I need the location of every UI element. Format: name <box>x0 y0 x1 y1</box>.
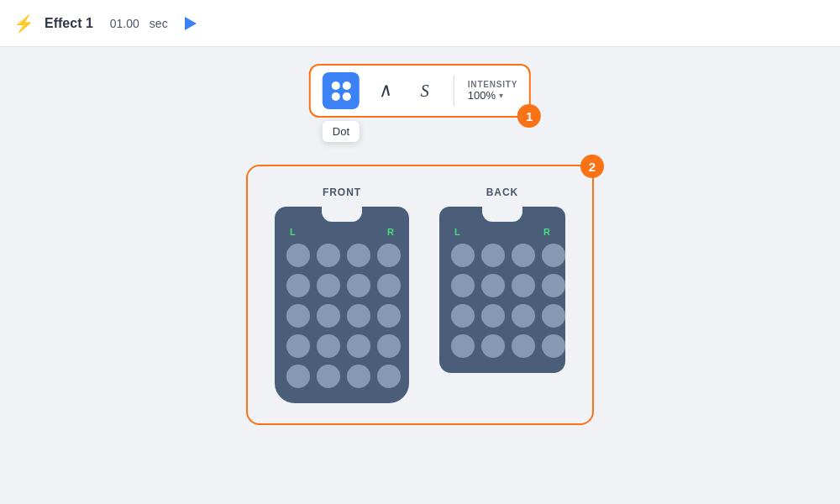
seat-dot[interactable] <box>512 334 535 358</box>
intensity-control[interactable]: INTENSITY 100% ▾ <box>468 80 517 102</box>
seat-dot[interactable] <box>451 274 475 297</box>
front-seat-body: L R <box>275 207 409 403</box>
play-button[interactable] <box>185 17 197 30</box>
seat-dot[interactable] <box>317 274 340 297</box>
back-seat-pad: BACK L R <box>439 186 565 403</box>
seat-dot[interactable] <box>317 304 340 328</box>
seat-dot[interactable] <box>347 274 370 297</box>
seat-dot[interactable] <box>451 334 475 358</box>
back-side-labels: L R <box>451 227 554 237</box>
seat-dot[interactable] <box>542 334 565 358</box>
seat-dot[interactable] <box>286 244 310 267</box>
wave-tool-button[interactable]: ∧ <box>370 76 400 106</box>
seat-dot[interactable] <box>317 244 340 267</box>
seat-dot[interactable] <box>286 334 310 358</box>
front-dots-grid <box>286 244 397 388</box>
back-right-label: R <box>543 227 550 237</box>
seat-dot[interactable] <box>377 365 401 388</box>
front-label: FRONT <box>323 186 361 198</box>
back-seat-body: L R <box>439 207 565 373</box>
back-dots-grid <box>451 244 554 358</box>
seats-area: 2 FRONT L R <box>246 165 594 425</box>
seat-dot[interactable] <box>286 365 310 388</box>
front-left-label: L <box>290 227 296 237</box>
play-icon <box>185 17 197 30</box>
seat-dot[interactable] <box>542 304 565 328</box>
seat-dot[interactable] <box>377 304 401 328</box>
seat-dot[interactable] <box>347 365 370 388</box>
dot-tooltip: Dot <box>323 121 360 142</box>
seat-dot[interactable] <box>451 244 475 267</box>
step-badge-2: 2 <box>580 155 604 178</box>
step-badge-1: 1 <box>517 104 541 128</box>
zigzag-icon: S <box>421 81 429 101</box>
toolbar-panel: ∧ S INTENSITY 100% ▾ 1 Dot <box>309 64 531 118</box>
seat-dot[interactable] <box>481 244 505 267</box>
toolbar-divider <box>454 76 454 106</box>
seat-dot[interactable] <box>347 244 370 267</box>
seat-dot[interactable] <box>512 274 535 297</box>
intensity-value: 100% ▾ <box>468 89 503 102</box>
seat-dot[interactable] <box>451 304 475 328</box>
wave-icon: ∧ <box>376 79 393 102</box>
seat-dot[interactable] <box>542 274 565 297</box>
seat-dot[interactable] <box>317 365 340 388</box>
seat-dot[interactable] <box>512 304 535 328</box>
seat-dot[interactable] <box>377 274 401 297</box>
seat-dot[interactable] <box>481 304 505 328</box>
seat-dot[interactable] <box>377 334 401 358</box>
dot-grid-icon <box>331 81 350 101</box>
seat-dot[interactable] <box>512 244 535 267</box>
time-value: 01.00 <box>110 17 139 30</box>
front-seat-pad: FRONT L R <box>275 186 409 403</box>
time-unit: sec <box>150 17 168 30</box>
seat-dot[interactable] <box>317 334 340 358</box>
seat-dot[interactable] <box>481 274 505 297</box>
effect-title: Effect 1 <box>45 16 93 31</box>
seat-dot[interactable] <box>481 334 505 358</box>
seat-dot[interactable] <box>542 244 565 267</box>
seat-dot[interactable] <box>347 334 370 358</box>
front-right-label: R <box>387 227 394 237</box>
zigzag-tool-button[interactable]: S <box>410 76 440 106</box>
intensity-label: INTENSITY <box>468 80 517 89</box>
seat-dot[interactable] <box>286 274 310 297</box>
seat-dot[interactable] <box>377 244 401 267</box>
back-label: BACK <box>486 186 519 198</box>
main-content: ∧ S INTENSITY 100% ▾ 1 Dot 2 FRONT <box>0 47 840 504</box>
header-bar: ⚡ Effect 1 01.00 sec <box>0 0 840 47</box>
intensity-arrow-icon: ▾ <box>499 91 503 100</box>
lightning-icon: ⚡ <box>13 13 34 34</box>
back-left-label: L <box>454 227 460 237</box>
seat-dot[interactable] <box>286 304 310 328</box>
front-side-labels: L R <box>286 227 397 237</box>
seat-dot[interactable] <box>347 304 370 328</box>
dot-tool-button[interactable] <box>323 72 360 109</box>
